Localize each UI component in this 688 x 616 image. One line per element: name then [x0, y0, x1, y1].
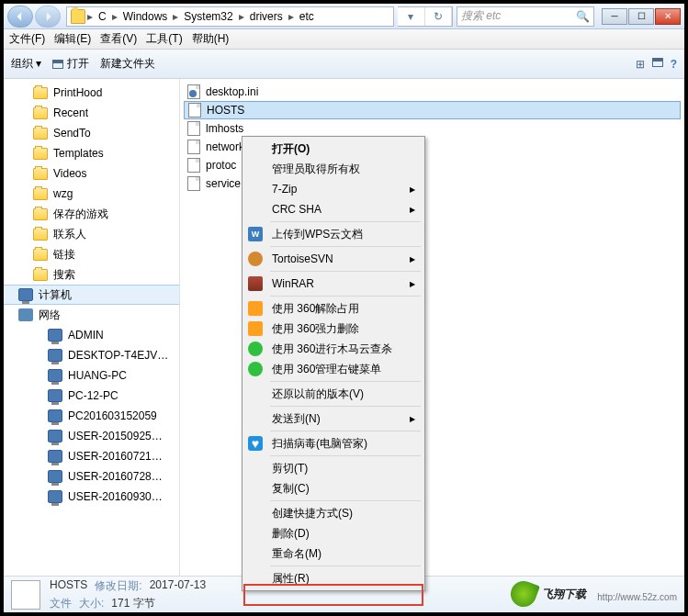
cm-qq-scan[interactable]: ♥扫描病毒(电脑管家) — [244, 433, 423, 454]
separator — [270, 246, 421, 247]
organize-button[interactable]: 组织 ▾ — [11, 56, 41, 72]
chevron-right-icon: ▸ — [173, 10, 178, 23]
menu-file[interactable]: 文件(F) — [9, 31, 45, 47]
sidebar-network-item[interactable]: USER-20150925… — [4, 426, 179, 446]
help-button[interactable]: ? — [671, 58, 677, 71]
sidebar-item-videos[interactable]: Videos — [4, 163, 179, 184]
leaf-icon — [507, 577, 540, 610]
separator — [270, 500, 421, 501]
network-icon — [18, 308, 33, 321]
cm-winrar[interactable]: WinRAR▶ — [244, 274, 423, 294]
folder-icon — [33, 229, 48, 241]
chevron-right-icon: ▸ — [112, 10, 118, 23]
menu-view[interactable]: 查看(V) — [100, 31, 137, 47]
nav-forward-button[interactable] — [35, 6, 61, 28]
status-size-value: 171 字节 — [111, 596, 154, 611]
cm-wps-upload[interactable]: W上传到WPS云文档 — [244, 224, 423, 244]
computer-icon — [48, 490, 62, 503]
watermark-brand: 飞翔下载 — [542, 587, 586, 602]
cm-tortoisesvn[interactable]: TortoiseSVN▶ — [244, 249, 423, 269]
sidebar-network-item[interactable]: ADMIN — [4, 325, 179, 345]
cm-previous-versions[interactable]: 还原以前的版本(V) — [244, 384, 423, 404]
cm-copy[interactable]: 复制(C) — [244, 478, 423, 498]
file-icon — [188, 103, 201, 118]
breadcrumb[interactable]: ▸ C ▸ Windows ▸ System32 ▸ drivers ▸ etc — [66, 6, 394, 27]
breadcrumb-item[interactable]: etc — [296, 10, 318, 23]
cm-create-shortcut[interactable]: 创建快捷方式(S) — [244, 503, 423, 523]
file-item-lmhosts[interactable]: lmhosts — [184, 119, 681, 138]
sidebar-network-item[interactable]: PC201603152059 — [4, 406, 179, 426]
sidebar-network-item[interactable]: USER-20160721… — [4, 446, 179, 466]
view-mode-button[interactable]: ⊞ — [636, 58, 645, 71]
watermark: 飞翔下载 http://www.52z.com — [511, 581, 677, 607]
sidebar-item-search[interactable]: 搜索 — [4, 264, 179, 285]
separator — [270, 406, 421, 407]
file-item-hosts[interactable]: HOSTS — [184, 101, 681, 119]
watermark-url: http://www.52z.com — [597, 592, 677, 602]
sidebar-item-links[interactable]: 链接 — [4, 244, 179, 264]
sidebar-item-templates[interactable]: Templates — [4, 143, 179, 163]
360-icon — [248, 362, 263, 376]
cm-cut[interactable]: 剪切(T) — [244, 458, 423, 478]
chevron-right-icon: ▶ — [410, 185, 415, 194]
close-button[interactable]: ✕ — [655, 8, 681, 25]
new-folder-button[interactable]: 新建文件夹 — [100, 56, 155, 72]
titlebar: ▸ C ▸ Windows ▸ System32 ▸ drivers ▸ etc… — [4, 4, 684, 29]
sidebar-network-item[interactable]: USER-20160728… — [4, 466, 179, 487]
cm-delete[interactable]: 删除(D) — [244, 523, 423, 543]
separator — [270, 566, 421, 566]
status-date-value: 2017-07-13 — [150, 578, 206, 594]
sidebar-item-recent[interactable]: Recent — [4, 103, 179, 123]
cm-rename[interactable]: 重命名(M) — [244, 543, 423, 564]
menu-tools[interactable]: 工具(T) — [146, 31, 182, 47]
cm-360-trojan-scan[interactable]: 使用 360进行木马云查杀 — [244, 339, 423, 359]
minimize-button[interactable]: ─ — [602, 8, 627, 25]
cm-admin-own[interactable]: 管理员取得所有权 — [244, 159, 423, 179]
status-size-label: 大小: — [79, 596, 104, 611]
folder-icon — [71, 9, 85, 24]
chevron-right-icon: ▶ — [410, 415, 415, 423]
breadcrumb-item[interactable]: C — [95, 10, 110, 23]
sidebar-network-item[interactable]: DESKTOP-T4EJV… — [4, 345, 179, 365]
separator — [270, 271, 421, 272]
cm-7zip[interactable]: 7-Zip▶ — [244, 179, 423, 199]
cm-crcsha[interactable]: CRC SHA▶ — [244, 199, 423, 219]
refresh-button[interactable]: ↻ — [425, 7, 453, 26]
cm-open[interactable]: 打开(O) — [244, 139, 423, 159]
search-input[interactable]: 搜索 etc 🔍 — [457, 6, 594, 27]
status-type: 文件 — [50, 596, 72, 611]
folder-icon — [33, 128, 48, 140]
computer-icon — [48, 329, 62, 342]
folder-icon — [33, 188, 48, 200]
preview-pane-button[interactable] — [652, 58, 663, 67]
breadcrumb-item[interactable]: Windows — [119, 10, 172, 23]
maximize-button[interactable]: ☐ — [628, 8, 654, 25]
nav-back-button[interactable] — [7, 6, 33, 28]
sidebar-network-item[interactable]: PC-12-PC — [4, 386, 179, 406]
breadcrumb-dropdown[interactable]: ▾ — [398, 7, 425, 26]
sidebar-network-item[interactable]: USER-20160930… — [4, 487, 179, 507]
cm-360-force-del[interactable]: 使用 360强力删除 — [244, 319, 423, 339]
sidebar-item-wzg[interactable]: wzg — [4, 184, 179, 204]
folder-icon — [33, 168, 48, 180]
sidebar-item-printhood[interactable]: PrintHood — [4, 83, 179, 103]
cm-360-manage-menu[interactable]: 使用 360管理右键菜单 — [244, 359, 423, 379]
cm-send-to[interactable]: 发送到(N)▶ — [244, 409, 423, 429]
cm-360-unlock[interactable]: 使用 360解除占用 — [244, 298, 423, 319]
file-item-desktop-ini[interactable]: desktop.ini — [184, 83, 681, 101]
sidebar-item-network[interactable]: 网络 — [4, 305, 179, 325]
sidebar-item-contacts[interactable]: 联系人 — [4, 224, 179, 244]
chevron-right-icon: ▶ — [410, 255, 415, 263]
cm-properties[interactable]: 属性(R) — [244, 568, 423, 588]
sidebar-item-computer[interactable]: 计算机 — [4, 285, 179, 305]
menu-help[interactable]: 帮助(H) — [192, 31, 230, 47]
menu-edit[interactable]: 编辑(E) — [54, 31, 91, 47]
breadcrumb-item[interactable]: System32 — [180, 10, 236, 23]
sidebar-network-item[interactable]: HUANG-PC — [4, 365, 179, 386]
chevron-right-icon: ▸ — [239, 10, 244, 23]
computer-icon — [48, 450, 62, 463]
sidebar-item-sendto[interactable]: SendTo — [4, 123, 179, 143]
open-button[interactable]: 打开 — [52, 56, 89, 72]
breadcrumb-item[interactable]: drivers — [246, 10, 287, 23]
sidebar-item-savedgames[interactable]: 保存的游戏 — [4, 204, 179, 224]
